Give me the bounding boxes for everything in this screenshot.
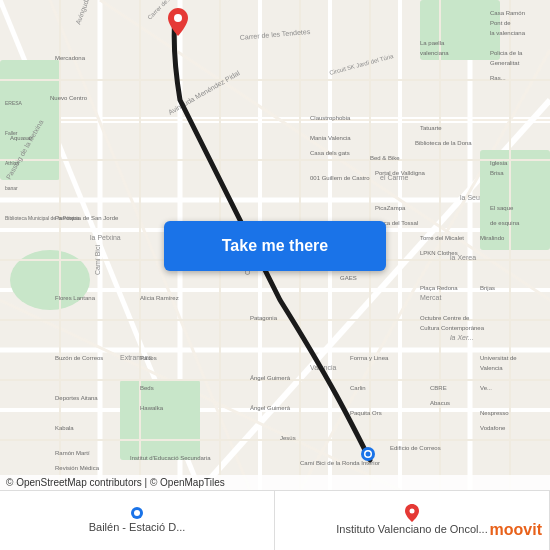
svg-text:CBRE: CBRE bbox=[430, 385, 447, 391]
svg-point-128 bbox=[134, 510, 140, 516]
svg-text:la Xer...: la Xer... bbox=[450, 334, 474, 341]
svg-text:Plaça Redona: Plaça Redona bbox=[420, 285, 458, 291]
destination-icon bbox=[405, 504, 419, 522]
svg-text:Revisión Médica: Revisión Médica bbox=[55, 465, 100, 471]
origin-label: Bailén - Estació D... bbox=[89, 520, 186, 534]
svg-text:PicaZampa: PicaZampa bbox=[375, 205, 406, 211]
svg-text:Nuevo Centro: Nuevo Centro bbox=[50, 95, 88, 101]
svg-text:banar: banar bbox=[5, 185, 18, 191]
svg-text:Bed & Bike: Bed & Bike bbox=[370, 155, 400, 161]
svg-text:Universitat de: Universitat de bbox=[480, 355, 517, 361]
svg-text:valenciana: valenciana bbox=[420, 50, 449, 56]
svg-text:Deportes Aitana: Deportes Aitana bbox=[55, 395, 98, 401]
svg-text:de esquina: de esquina bbox=[490, 220, 520, 226]
svg-text:Mercat: Mercat bbox=[420, 294, 441, 301]
svg-text:Pont de: Pont de bbox=[490, 20, 511, 26]
svg-text:Vodafone: Vodafone bbox=[480, 425, 506, 431]
svg-text:Biblioteca de la Dona: Biblioteca de la Dona bbox=[415, 140, 472, 146]
svg-text:la Seu: la Seu bbox=[460, 194, 480, 201]
map-container: Avinguda Menéndez Pidal Carrer de les Te… bbox=[0, 0, 550, 490]
destination-pin bbox=[168, 8, 188, 40]
svg-text:la valenciana: la valenciana bbox=[490, 30, 526, 36]
svg-text:Casa dels gats: Casa dels gats bbox=[310, 150, 350, 156]
svg-text:Biblioteca Municipal de la Pet: Biblioteca Municipal de la Petxina bbox=[5, 215, 80, 221]
svg-text:Mercadona: Mercadona bbox=[55, 55, 86, 61]
svg-text:Ángel Guimerà: Ángel Guimerà bbox=[250, 405, 291, 411]
origin-pin bbox=[360, 446, 376, 466]
svg-text:Brisa: Brisa bbox=[490, 170, 504, 176]
attribution-text: © OpenStreetMap contributors | © OpenMap… bbox=[6, 477, 225, 488]
svg-text:Ve...: Ve... bbox=[480, 385, 492, 391]
svg-text:Cultura Contemporànea: Cultura Contemporànea bbox=[420, 325, 485, 331]
origin-icon bbox=[130, 506, 144, 520]
moovit-logo: moovit bbox=[490, 519, 542, 540]
svg-text:Brijas: Brijas bbox=[480, 285, 495, 291]
svg-text:Athlon: Athlon bbox=[5, 160, 19, 166]
svg-text:Iglesia: Iglesia bbox=[490, 160, 508, 166]
svg-text:Ras...: Ras... bbox=[490, 75, 506, 81]
bottom-bar: Bailén - Estació D... Instituto Valencia… bbox=[0, 490, 550, 550]
svg-text:Octubre Centre de: Octubre Centre de bbox=[420, 315, 470, 321]
svg-text:Paquita Ors: Paquita Ors bbox=[350, 410, 382, 416]
svg-point-123 bbox=[174, 14, 182, 22]
svg-text:Valencia: Valencia bbox=[480, 365, 503, 371]
svg-text:Torre del Micalet: Torre del Micalet bbox=[420, 235, 464, 241]
svg-rect-22 bbox=[120, 380, 200, 460]
svg-text:Patagonia: Patagonia bbox=[250, 315, 278, 321]
svg-text:Portal de Valldigna: Portal de Valldigna bbox=[375, 170, 426, 176]
svg-text:ERESA: ERESA bbox=[5, 100, 23, 106]
svg-text:Kabala: Kabala bbox=[55, 425, 74, 431]
moovit-text: moovit bbox=[490, 521, 542, 538]
svg-text:001 Guillem de Castro: 001 Guillem de Castro bbox=[310, 175, 370, 181]
svg-text:Alicia Ramírez: Alicia Ramírez bbox=[140, 295, 179, 301]
svg-text:Flores Lantana: Flores Lantana bbox=[55, 295, 96, 301]
svg-text:Nespresso: Nespresso bbox=[480, 410, 509, 416]
svg-text:Camí Bici: Camí Bici bbox=[94, 245, 101, 275]
svg-text:Ángel Guimerà: Ángel Guimerà bbox=[250, 375, 291, 381]
svg-text:El saque: El saque bbox=[490, 205, 514, 211]
svg-text:Claustrophobia: Claustrophobia bbox=[310, 115, 351, 121]
svg-text:GAES: GAES bbox=[340, 275, 357, 281]
svg-text:Hawalka: Hawalka bbox=[140, 405, 164, 411]
svg-text:Buzón de Correos: Buzón de Correos bbox=[55, 355, 103, 361]
svg-text:Mania Valencia: Mania Valencia bbox=[310, 135, 351, 141]
origin-item[interactable]: Bailén - Estació D... bbox=[0, 491, 275, 550]
svg-text:Carlin: Carlin bbox=[350, 385, 366, 391]
svg-text:Abacus: Abacus bbox=[430, 400, 450, 406]
svg-text:Casa Ramón: Casa Ramón bbox=[490, 10, 525, 16]
svg-text:Tatuarte: Tatuarte bbox=[420, 125, 442, 131]
svg-text:Generalitat: Generalitat bbox=[490, 60, 520, 66]
svg-text:Pasos: Pasos bbox=[140, 355, 157, 361]
svg-point-126 bbox=[366, 452, 371, 457]
svg-point-129 bbox=[410, 509, 415, 514]
take-me-there-button[interactable]: Take me there bbox=[164, 221, 386, 271]
svg-text:Policia de la: Policia de la bbox=[490, 50, 523, 56]
svg-text:Valencia: Valencia bbox=[310, 364, 336, 371]
svg-text:la Petxina: la Petxina bbox=[90, 234, 121, 241]
attribution-bar: © OpenStreetMap contributors | © OpenMap… bbox=[0, 475, 550, 490]
svg-text:Jesús: Jesús bbox=[280, 435, 296, 441]
svg-text:LPKN Clothes: LPKN Clothes bbox=[420, 250, 458, 256]
svg-text:Beds: Beds bbox=[140, 385, 154, 391]
svg-text:Ramón Martí: Ramón Martí bbox=[55, 450, 90, 456]
svg-text:Miralindo: Miralindo bbox=[480, 235, 505, 241]
svg-text:Faller: Faller bbox=[5, 130, 18, 136]
svg-text:Edificio de Correos: Edificio de Correos bbox=[390, 445, 441, 451]
destination-label: Instituto Valenciano de Oncol... bbox=[336, 522, 487, 536]
svg-text:Institut d'Educació Secundaria: Institut d'Educació Secundaria bbox=[130, 455, 211, 461]
svg-text:La paella: La paella bbox=[420, 40, 445, 46]
svg-text:Forma y Linea: Forma y Linea bbox=[350, 355, 389, 361]
